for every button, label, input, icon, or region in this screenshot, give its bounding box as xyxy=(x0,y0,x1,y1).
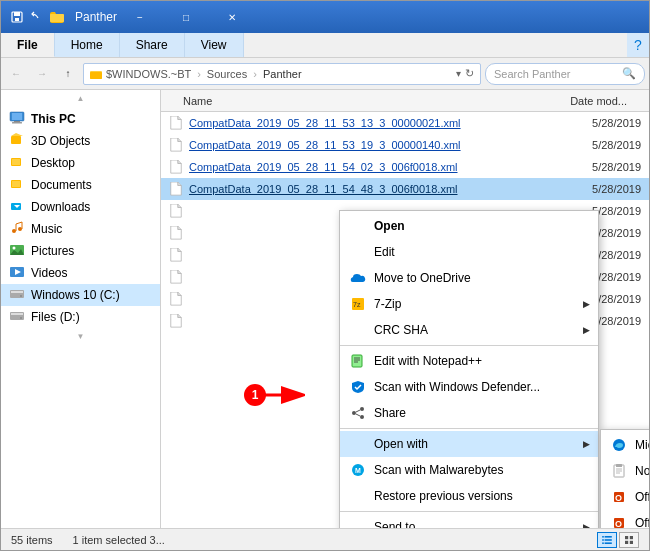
svg-point-21 xyxy=(13,247,16,250)
folder-icon-title xyxy=(49,9,65,25)
menu-item-openwith[interactable]: Open with ▶ Microsoft Edge xyxy=(340,431,598,457)
title-bar-icons: Panther xyxy=(9,9,117,25)
search-box[interactable]: Search Panther 🔍 xyxy=(485,63,645,85)
menu-item-open[interactable]: Open xyxy=(340,213,598,239)
menu-item-crcsha[interactable]: CRC SHA ▶ xyxy=(340,317,598,343)
sidebar-item-downloads[interactable]: Downloads xyxy=(1,196,160,218)
menu-item-notepadpp[interactable]: Edit with Notepad++ xyxy=(340,348,598,374)
back-button[interactable]: ← xyxy=(5,63,27,85)
menu-item-defender[interactable]: Scan with Windows Defender... xyxy=(340,374,598,400)
menu-item-onedrive[interactable]: Move to OneDrive xyxy=(340,265,598,291)
sidebar-item-thispc[interactable]: This PC xyxy=(1,108,160,130)
close-button[interactable]: ✕ xyxy=(209,1,255,33)
menu-item-sendto[interactable]: Send to ▶ xyxy=(340,514,598,528)
save-icon[interactable] xyxy=(9,9,25,25)
window: Panther − □ ✕ File Home Share View ? ← →… xyxy=(0,0,650,551)
svg-rect-3 xyxy=(50,14,64,22)
sidebar-item-3dobjects[interactable]: 3D Objects xyxy=(1,130,160,152)
submenu-arrow-7zip: ▶ xyxy=(583,299,590,309)
col-name-header[interactable]: Name xyxy=(183,95,547,107)
open-icon xyxy=(350,218,366,234)
toolbar: ← → ↑ $WINDOWS.~BT › Sources › Panther ▾… xyxy=(1,58,649,90)
help-button[interactable]: ? xyxy=(627,33,649,57)
status-bar: 55 items 1 item selected 3... xyxy=(1,528,649,550)
context-menu: Open Edit Move to OneDrive 7z 7-Zip xyxy=(339,210,599,528)
office2-icon: O xyxy=(611,515,627,528)
menu-label-defender: Scan with Windows Defender... xyxy=(374,380,540,394)
sidebar-item-music[interactable]: Music xyxy=(1,218,160,240)
menu-item-malwarebytes[interactable]: M Scan with Malwarebytes xyxy=(340,457,598,483)
menu-item-7zip[interactable]: 7z 7-Zip ▶ xyxy=(340,291,598,317)
file-date: 5/28/2019 xyxy=(561,117,641,129)
menu-item-restore[interactable]: Restore previous versions xyxy=(340,483,598,509)
sidebar-item-documents[interactable]: Documents xyxy=(1,174,160,196)
maximize-button[interactable]: □ xyxy=(163,1,209,33)
svg-rect-13 xyxy=(12,159,20,165)
svg-point-18 xyxy=(12,229,16,233)
menu-item-edit[interactable]: Edit xyxy=(340,239,598,265)
minimize-button[interactable]: − xyxy=(117,1,163,33)
undo-icon[interactable] xyxy=(29,9,45,25)
submenu-label-edge: Microsoft Edge xyxy=(635,438,649,452)
notepad-icon xyxy=(611,463,627,479)
status-selected-info: 1 item selected 3... xyxy=(73,534,165,546)
refresh-button[interactable]: ↻ xyxy=(465,67,474,80)
sidebar-item-desktop[interactable]: Desktop xyxy=(1,152,160,174)
svg-rect-67 xyxy=(605,539,612,541)
svg-rect-73 xyxy=(630,540,633,543)
svg-marker-11 xyxy=(11,133,23,136)
svg-rect-7 xyxy=(12,113,22,120)
sidebar-label-filesd: Files (D:) xyxy=(31,310,80,324)
address-bar[interactable]: $WINDOWS.~BT › Sources › Panther ▾ ↻ xyxy=(83,63,481,85)
sidebar-scroll-up[interactable]: ▲ xyxy=(1,94,160,103)
documents-icon xyxy=(9,177,25,193)
table-row[interactable]: CompatData_2019_05_28_11_54_48_3_006f001… xyxy=(161,178,649,200)
tab-home[interactable]: Home xyxy=(55,33,120,57)
svg-point-38 xyxy=(352,411,356,415)
table-row[interactable]: CompatData_2019_05_28_11_53_13_3_0000002… xyxy=(161,112,649,134)
col-date-header[interactable]: Date mod... xyxy=(547,95,627,107)
menu-label-sendto: Send to xyxy=(374,520,415,528)
xml-file-icon xyxy=(169,138,183,152)
svg-point-30 xyxy=(20,317,22,319)
table-row[interactable]: CompatData_2019_05_28_11_53_19_3_0000014… xyxy=(161,134,649,156)
defender-icon xyxy=(350,379,366,395)
sidebar-item-filesd[interactable]: Files (D:) xyxy=(1,306,160,328)
sidebar-item-videos[interactable]: Videos xyxy=(1,262,160,284)
sidebar-item-windows10c[interactable]: Windows 10 (C:) xyxy=(1,284,160,306)
up-button[interactable]: ↑ xyxy=(57,63,79,85)
menu-label-restore: Restore previous versions xyxy=(374,489,513,503)
sidebar-item-pictures[interactable]: Pictures xyxy=(1,240,160,262)
submenu-label-office2: Office XML Handler xyxy=(635,516,649,528)
file-list-header: Name Date mod... xyxy=(161,90,649,112)
tab-view[interactable]: View xyxy=(185,33,244,57)
submenu-item-office1[interactable]: O Office XML Handler xyxy=(601,484,649,510)
menu-label-notepadpp: Edit with Notepad++ xyxy=(374,354,482,368)
submenu-item-edge[interactable]: Microsoft Edge xyxy=(601,432,649,458)
sidebar-scroll-down[interactable]: ▼ xyxy=(1,332,160,341)
edge-icon xyxy=(611,437,627,453)
tab-file[interactable]: File xyxy=(1,33,55,57)
sidebar-label-videos: Videos xyxy=(31,266,67,280)
table-row[interactable]: CompatData_2019_05_28_11_54_02_3_006f001… xyxy=(161,156,649,178)
menu-separator-2 xyxy=(340,428,598,429)
forward-button[interactable]: → xyxy=(31,63,53,85)
svg-rect-68 xyxy=(602,542,604,544)
submenu-label-office1: Office XML Handler xyxy=(635,490,649,504)
svg-rect-69 xyxy=(605,542,612,544)
svg-rect-26 xyxy=(11,291,23,293)
file-date: 5/28/2019 xyxy=(561,183,641,195)
dropdown-arrow-icon[interactable]: ▾ xyxy=(456,68,461,79)
menu-item-share[interactable]: Share xyxy=(340,400,598,426)
svg-line-40 xyxy=(356,410,360,412)
submenu-item-office2[interactable]: O Office XML Handler xyxy=(601,510,649,528)
status-items-count: 55 items xyxy=(11,534,53,546)
file-name: CompatData_2019_05_28_11_53_19_3_0000014… xyxy=(189,139,555,151)
svg-rect-15 xyxy=(12,181,20,187)
submenu-arrow-sendto: ▶ xyxy=(583,522,590,528)
details-view-button[interactable] xyxy=(597,532,617,548)
tiles-view-button[interactable] xyxy=(619,532,639,548)
arrow-indicator-1: 1 xyxy=(249,380,309,413)
submenu-item-notepad[interactable]: Notepad xyxy=(601,458,649,484)
tab-share[interactable]: Share xyxy=(120,33,185,57)
